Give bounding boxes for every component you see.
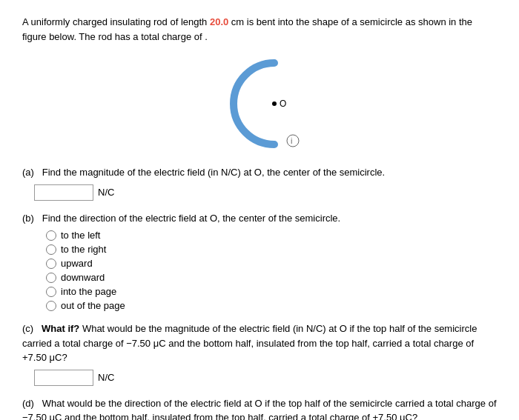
part-d-label: (d) xyxy=(22,398,34,409)
intro-text-before: A uniformly charged insulating rod of le… xyxy=(22,16,210,27)
part-d: (d) What would be the direction of the e… xyxy=(22,396,497,421)
part-b-option-6[interactable]: out of the page xyxy=(46,300,497,311)
part-c-unit: N/C xyxy=(98,372,114,383)
intro-text-end: . xyxy=(205,31,208,42)
part-c: (c) What if? What would be the magnitude… xyxy=(22,321,497,386)
part-b-radio-4[interactable] xyxy=(46,273,56,283)
part-a-input[interactable] xyxy=(34,184,93,201)
part-b-option-3[interactable]: upward xyxy=(46,258,497,269)
part-b-option-5[interactable]: into the page xyxy=(46,286,497,297)
semicircle-figure: O i xyxy=(200,56,319,152)
svg-text:i: i xyxy=(291,136,292,145)
part-c-whatif: What if? xyxy=(42,323,79,334)
part-a-input-row: N/C xyxy=(34,184,497,201)
svg-text:O: O xyxy=(280,99,286,109)
highlight-length: 20.0 xyxy=(210,16,228,27)
figure-container: O i xyxy=(22,56,497,152)
part-b-radio-1[interactable] xyxy=(46,230,56,241)
part-b-radio-2[interactable] xyxy=(46,244,56,255)
part-b: (b) Find the direction of the electric f… xyxy=(22,211,497,312)
part-c-question: (c) What if? What would be the magnitude… xyxy=(22,321,497,365)
part-b-radio-group: to the left to the right upward downward… xyxy=(46,230,497,311)
part-b-option-2[interactable]: to the right xyxy=(46,244,497,255)
part-b-option-4[interactable]: downward xyxy=(46,272,497,283)
svg-point-0 xyxy=(272,101,277,106)
part-b-option-1[interactable]: to the left xyxy=(46,230,497,241)
part-a-question-text: Find the magnitude of the electric field… xyxy=(42,167,385,178)
part-b-question-text: Find the direction of the electric field… xyxy=(42,213,340,224)
svg-point-2 xyxy=(287,135,299,147)
part-a-label: (a) xyxy=(22,167,34,178)
part-c-input-row: N/C xyxy=(34,370,497,386)
part-c-question-text: What would be the magnitude of the elect… xyxy=(22,323,477,363)
part-a-unit: N/C xyxy=(98,187,114,198)
part-b-radio-3[interactable] xyxy=(46,259,56,269)
part-c-label: (c) xyxy=(22,323,33,334)
part-d-question-text: What would be the direction of the elect… xyxy=(22,398,497,421)
part-d-question: (d) What would be the direction of the e… xyxy=(22,396,497,421)
part-b-question: (b) Find the direction of the electric f… xyxy=(22,211,497,226)
intro-paragraph: A uniformly charged insulating rod of le… xyxy=(22,15,497,44)
part-c-input[interactable] xyxy=(34,370,93,386)
part-b-label: (b) xyxy=(22,213,34,224)
part-b-radio-6[interactable] xyxy=(46,301,56,311)
part-a-question: (a) Find the magnitude of the electric f… xyxy=(22,165,497,180)
part-a: (a) Find the magnitude of the electric f… xyxy=(22,165,497,201)
part-b-radio-5[interactable] xyxy=(46,287,56,297)
